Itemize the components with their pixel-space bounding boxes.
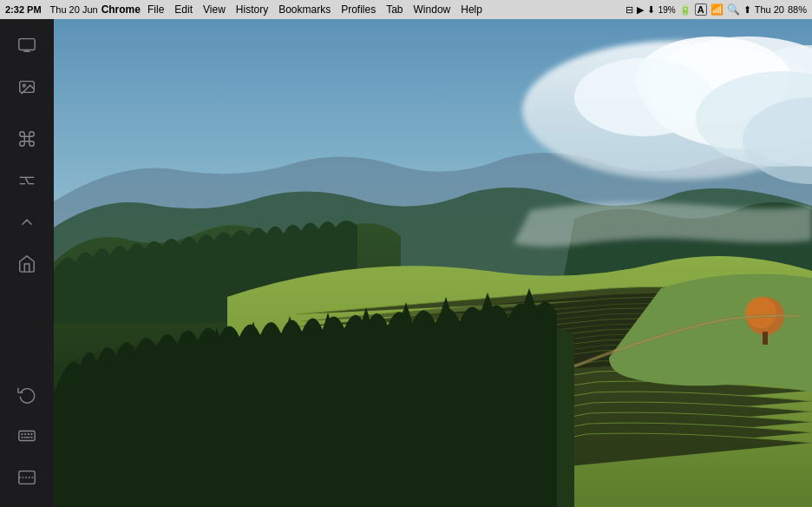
- display-icon-svg: [17, 36, 36, 55]
- undo-icon[interactable]: [8, 375, 46, 413]
- landscape-svg: [54, 19, 812, 507]
- svg-point-18: [31, 434, 32, 435]
- download-icon: ⬇: [647, 4, 655, 16]
- share-icon: ⬆: [743, 4, 751, 16]
- input-icon: ⊟: [625, 4, 633, 16]
- menu-view[interactable]: View: [198, 3, 231, 16]
- command-icon[interactable]: [8, 120, 46, 158]
- svg-point-4: [23, 84, 25, 87]
- menu-help[interactable]: Help: [455, 3, 488, 16]
- battery-icon: 🔋: [679, 4, 691, 16]
- svg-rect-47: [54, 19, 812, 507]
- menu-history[interactable]: History: [231, 3, 273, 16]
- keyboard-icon-svg: [17, 426, 36, 445]
- menu-file[interactable]: File: [142, 3, 169, 16]
- svg-point-19: [22, 437, 23, 438]
- wifi-icon: 📶: [710, 3, 724, 16]
- svg-point-15: [22, 434, 23, 435]
- house-icon-svg: [17, 254, 36, 273]
- house-icon[interactable]: [8, 245, 46, 283]
- menu-window[interactable]: Window: [409, 3, 456, 16]
- menu-items: File Edit View History Bookmarks Profile…: [142, 3, 488, 16]
- svg-rect-0: [19, 39, 35, 50]
- chevron-up-icon[interactable]: [8, 203, 46, 241]
- menu-bar: 2:32 PM Thu 20 Jun Chrome File Edit View…: [0, 0, 812, 19]
- screen-mode-icon-svg: [17, 468, 36, 487]
- svg-line-8: [25, 177, 29, 183]
- command-icon-svg: [17, 129, 36, 148]
- app-name[interactable]: Chrome: [102, 3, 141, 16]
- option-icon-svg: [17, 171, 36, 190]
- undo-icon-svg: [17, 385, 36, 404]
- svg-point-17: [28, 434, 29, 435]
- battery-percent: 88%: [788, 4, 807, 15]
- clock: 2:32 PM: [5, 4, 42, 15]
- time-right: Thu 20: [755, 4, 784, 15]
- screen-mode-icon[interactable]: [8, 458, 46, 497]
- svg-point-20: [31, 437, 32, 438]
- landscape-image: [54, 19, 812, 507]
- photo-icon[interactable]: [8, 68, 46, 106]
- menu-bookmarks[interactable]: Bookmarks: [273, 3, 336, 16]
- main-area: [0, 19, 812, 507]
- display-icon[interactable]: [8, 26, 46, 64]
- svg-rect-9: [19, 431, 35, 441]
- keyboard-icon[interactable]: [8, 417, 46, 455]
- menu-tab[interactable]: Tab: [381, 3, 408, 16]
- date: Thu 20 Jun: [50, 4, 98, 15]
- option-icon[interactable]: [8, 161, 46, 200]
- keyboard-lang-icon: A: [695, 3, 707, 16]
- svg-point-16: [25, 434, 26, 435]
- play-icon: ▶: [637, 4, 644, 16]
- status-bar: ⊟ ▶ ⬇ 19% 🔋 A 📶 🔍 ⬆ Thu 20 88%: [625, 3, 807, 16]
- menu-profiles[interactable]: Profiles: [336, 3, 381, 16]
- menu-edit[interactable]: Edit: [169, 3, 198, 16]
- chevron-up-icon-svg: [17, 213, 36, 232]
- brightness-label: 19%: [658, 5, 676, 15]
- photo-icon-svg: [17, 77, 36, 96]
- browser-content: [54, 19, 812, 507]
- search-icon[interactable]: 🔍: [727, 3, 740, 16]
- sidebar: [0, 19, 54, 507]
